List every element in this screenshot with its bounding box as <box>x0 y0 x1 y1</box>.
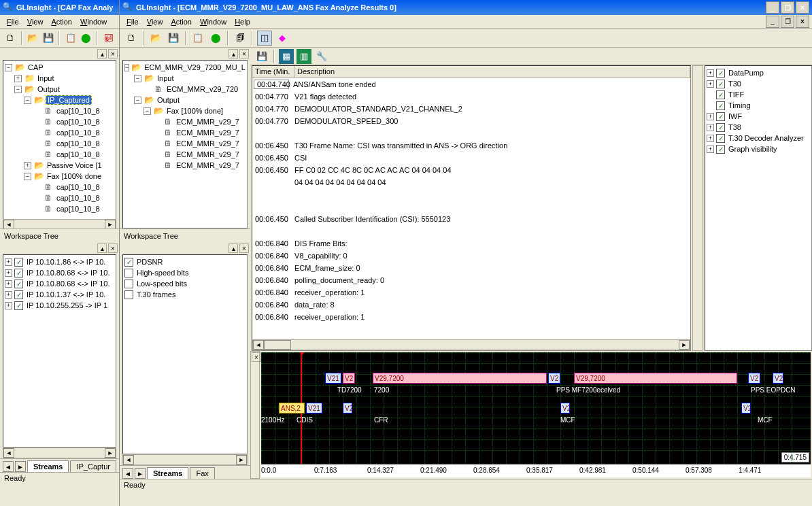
workspace-tree-label: Workspace Tree <box>0 229 119 242</box>
right-checks[interactable]: +✓DataPump+✓T30✓TIFF✓Timing+✓IWF+✓T38+✓T… <box>705 66 811 156</box>
open-button[interactable]: 📂 <box>148 31 163 46</box>
open-button[interactable]: 📂 <box>27 31 39 46</box>
menu-file[interactable]: File <box>3 16 23 27</box>
cap-status: Ready <box>0 472 119 486</box>
pane-close-3[interactable]: × <box>239 243 249 253</box>
ecm-titlebar: 🔍 GLInsight - [ECM_MMR_V29_7200_MU_LAW_A… <box>120 0 812 15</box>
tl-close[interactable]: × <box>252 352 261 362</box>
tab-fax[interactable]: Fax <box>190 467 214 479</box>
inner-toolbar: 💾 ▦ ▥ 🔧 <box>250 48 812 65</box>
opt2-button[interactable]: ◫ <box>257 31 272 46</box>
checks-list[interactable]: ✓PDSNR High-speed bits Low-speed bits T.… <box>123 255 247 301</box>
menu-help[interactable]: Help <box>231 16 254 27</box>
mdi-close[interactable]: × <box>796 16 809 28</box>
cap-titlebar: 🔍 GLInsight - [CAP Fax Analy <box>0 0 119 15</box>
menu-file[interactable]: File <box>122 16 143 27</box>
check[interactable]: ✓ <box>14 258 23 267</box>
run-button[interactable]: ⬤ <box>208 31 223 46</box>
cap-toolbar: 🗋 📂 💾 📋 ⬤ 🗟 <box>0 29 119 48</box>
tab-prev[interactable]: ◄ <box>3 461 14 472</box>
close-button[interactable]: × <box>796 1 809 14</box>
tab-streams[interactable]: Streams <box>147 467 188 479</box>
new-button[interactable]: 🗋 <box>124 31 139 46</box>
pane-pin[interactable]: ▴ <box>229 49 238 58</box>
menu-view[interactable]: View <box>23 16 48 27</box>
log-vscroll[interactable] <box>692 65 703 351</box>
ip-captured-node[interactable]: IP_Captured <box>46 95 92 105</box>
log-header: Time (Min. Description <box>252 66 690 78</box>
savedisk-button[interactable]: 💾 <box>254 49 269 64</box>
cap-tree[interactable]: −📂CAP +📁Input −📂Output −📂IP_Captured 🗎ca… <box>3 61 116 216</box>
timeline[interactable]: 0:0.00:7.1630:14.3270:21.4900:28.6540:35… <box>261 352 811 477</box>
tab-ipcapture[interactable]: IP_Captur <box>70 460 116 472</box>
ecm-menubar: File View Action Window Help _ ❐ × <box>120 15 812 29</box>
menu-window[interactable]: Window <box>76 16 111 27</box>
log-body[interactable]: 00:04.740ANS/ANSam tone ended00:04.770V2… <box>252 78 690 339</box>
pane-close-2[interactable]: × <box>108 243 118 253</box>
maximize-button[interactable]: ❐ <box>781 1 794 14</box>
menu-action[interactable]: Action <box>167 16 196 27</box>
opt3-button[interactable]: ◆ <box>275 31 290 46</box>
ecm-status: Ready <box>120 479 812 492</box>
wave-button[interactable]: ▥ <box>297 49 311 64</box>
menu-action[interactable]: Action <box>47 16 76 27</box>
cap-menubar: File View Action Window <box>0 15 119 29</box>
menu-window[interactable]: Window <box>196 16 231 27</box>
app-icon: 🔍 <box>3 2 14 13</box>
props-button[interactable]: 📋 <box>64 31 77 46</box>
tab-next[interactable]: ► <box>15 461 26 472</box>
opt-button[interactable]: 🔧 <box>314 49 329 64</box>
grid-button[interactable]: ▦ <box>279 49 294 64</box>
pane-pin-3[interactable]: ▴ <box>229 243 238 253</box>
ecm-tree[interactable]: −📂ECM_MMR_V29_7200_MU_L −📂Input 🗎ECM_MMR… <box>123 61 247 172</box>
ecm-title: GLInsight - [ECM_MMR_V29_7200_MU_LAW_ANS… <box>136 3 396 12</box>
ecm-toolbar: 🗋 📂 💾 📋 ⬤ 🗐 ◫ ◆ <box>120 29 812 48</box>
run-button[interactable]: ⬤ <box>80 31 92 46</box>
mdi-restore[interactable]: ❐ <box>781 16 794 28</box>
pane-pin-2[interactable]: ▴ <box>97 243 107 253</box>
workspace-tree-label: Workspace Tree <box>120 229 250 242</box>
pane-close[interactable]: × <box>108 49 118 58</box>
timeline-pos: 0:4.715 <box>781 452 809 462</box>
mdi-minimize[interactable]: _ <box>766 16 779 28</box>
opt1-button[interactable]: 🗟 <box>102 31 115 46</box>
new-button[interactable]: 🗋 <box>4 31 17 46</box>
streams-list[interactable]: +✓IP 10.10.1.86 <-> IP 10. +✓IP 10.10.80… <box>3 255 116 312</box>
opt1-button[interactable]: 🗐 <box>233 31 248 46</box>
menu-view[interactable]: View <box>143 16 167 27</box>
app-icon: 🔍 <box>122 2 133 13</box>
save-button[interactable]: 💾 <box>42 31 55 46</box>
scroll-right[interactable]: ► <box>105 220 116 229</box>
cap-title: GLInsight - [CAP Fax Analy <box>16 3 113 12</box>
pane-close[interactable]: × <box>239 49 249 58</box>
save-button[interactable]: 💾 <box>166 31 181 46</box>
tab-streams[interactable]: Streams <box>27 460 69 472</box>
props-button[interactable]: 📋 <box>190 31 205 46</box>
scroll-left[interactable]: ◄ <box>3 220 14 229</box>
pane-pin[interactable]: ▴ <box>97 49 107 58</box>
minimize-button[interactable]: _ <box>766 1 779 14</box>
